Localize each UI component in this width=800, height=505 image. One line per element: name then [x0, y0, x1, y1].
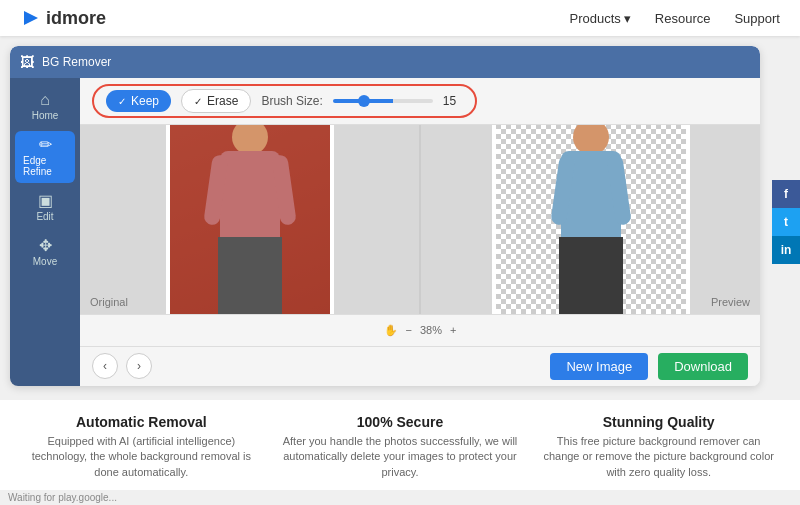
- app-body: ⌂ Home ✏ Edge Refine ▣ Edit ✥ Move: [10, 78, 760, 386]
- chevron-down-icon: ▾: [624, 11, 631, 26]
- preview-person-figure: [551, 125, 631, 314]
- orig-pants: [218, 237, 282, 313]
- brush-size-slider[interactable]: [333, 99, 433, 103]
- app-header: 🖼 BG Remover: [10, 46, 760, 78]
- zoom-out-icon[interactable]: −: [406, 324, 412, 336]
- feature-quality: Stunning Quality This free picture backg…: [537, 414, 780, 480]
- action-bar: ‹ › New Image Download: [80, 346, 760, 386]
- app-title: BG Remover: [42, 55, 111, 69]
- erase-button[interactable]: ✓ Erase: [181, 89, 251, 113]
- facebook-button[interactable]: f: [772, 180, 800, 208]
- tool-move-label: Move: [33, 256, 57, 267]
- next-button[interactable]: ›: [126, 353, 152, 379]
- keep-button[interactable]: ✓ Keep: [106, 90, 171, 112]
- tool-edge-refine[interactable]: ✏ Edge Refine: [15, 131, 75, 183]
- tool-sidebar: ⌂ Home ✏ Edge Refine ▣ Edit ✥ Move: [10, 78, 80, 386]
- page-status: Waiting for play.google...: [0, 490, 800, 505]
- workspace: ✓ Keep ✓ Erase Brush Size: 15: [80, 78, 760, 386]
- features-section: Automatic Removal Equipped with AI (arti…: [0, 400, 800, 490]
- app-icon: 🖼: [20, 54, 34, 70]
- navbar-right: Products ▾ Resource Support: [570, 11, 781, 26]
- original-image[interactable]: [170, 125, 330, 314]
- original-panel: Original: [80, 125, 419, 314]
- tool-home-label: Home: [32, 110, 59, 121]
- edge-refine-icon: ✏: [39, 137, 52, 153]
- app-container: 🖼 BG Remover ⌂ Home ✏ Edge Refine ▣ Edit: [10, 46, 760, 386]
- download-button[interactable]: Download: [658, 353, 748, 380]
- nav-products[interactable]: Products ▾: [570, 11, 631, 26]
- feature-automatic: Automatic Removal Equipped with AI (arti…: [20, 414, 263, 480]
- logo-text: idmore: [46, 8, 106, 29]
- main-content: 🖼 BG Remover ⌂ Home ✏ Edge Refine ▣ Edit: [0, 36, 800, 505]
- orig-body: [220, 151, 280, 241]
- nav-support[interactable]: Support: [734, 11, 780, 26]
- brush-size-value: 15: [443, 94, 463, 108]
- prev-button[interactable]: ‹: [92, 353, 118, 379]
- linkedin-button[interactable]: in: [772, 236, 800, 264]
- keep-checkmark: ✓: [118, 96, 126, 107]
- preview-image-wrapper: [492, 125, 690, 314]
- move-icon: ✥: [39, 238, 52, 254]
- original-image-wrapper: [166, 125, 334, 314]
- tool-edge-refine-label: Edge Refine: [23, 155, 67, 177]
- feature-automatic-text: Equipped with AI (artificial intelligenc…: [20, 434, 263, 480]
- feature-secure-title: 100% Secure: [279, 414, 522, 430]
- toolbar: ✓ Keep ✓ Erase Brush Size: 15: [80, 78, 760, 125]
- status-center: ✋ − 38% +: [384, 324, 457, 337]
- svg-marker-0: [24, 11, 38, 25]
- canvas-area: Original: [80, 125, 760, 314]
- preview-checkerboard: [496, 125, 686, 314]
- twitter-button[interactable]: t: [772, 208, 800, 236]
- action-buttons: New Image Download: [550, 353, 748, 380]
- feature-secure-text: After you handle the photos successfully…: [279, 434, 522, 480]
- logo[interactable]: idmore: [20, 7, 106, 29]
- social-sidebar: f t in: [772, 180, 800, 264]
- tool-edit-label: Edit: [36, 211, 53, 222]
- feature-secure: 100% Secure After you handle the photos …: [279, 414, 522, 480]
- zoom-level: 38%: [420, 324, 442, 336]
- tool-move[interactable]: ✥ Move: [15, 232, 75, 273]
- navbar: idmore Products ▾ Resource Support: [0, 0, 800, 36]
- feature-automatic-title: Automatic Removal: [20, 414, 263, 430]
- hand-tool-icon[interactable]: ✋: [384, 324, 398, 337]
- toolbar-border: ✓ Keep ✓ Erase Brush Size: 15: [92, 84, 477, 118]
- nav-resource[interactable]: Resource: [655, 11, 711, 26]
- feature-quality-title: Stunning Quality: [537, 414, 780, 430]
- status-bar: ✋ − 38% +: [80, 314, 760, 346]
- tool-edit[interactable]: ▣ Edit: [15, 187, 75, 228]
- logo-icon: [20, 7, 42, 29]
- preview-pants: [559, 237, 623, 313]
- brush-size-label: Brush Size:: [261, 94, 322, 108]
- home-icon: ⌂: [40, 92, 50, 108]
- erase-checkmark: ✓: [194, 96, 202, 107]
- feature-quality-text: This free picture background remover can…: [537, 434, 780, 480]
- edit-icon: ▣: [38, 193, 53, 209]
- preview-panel: Preview: [421, 125, 760, 314]
- preview-label: Preview: [711, 296, 750, 308]
- zoom-in-icon[interactable]: +: [450, 324, 456, 336]
- action-nav: ‹ ›: [92, 353, 152, 379]
- new-image-button[interactable]: New Image: [550, 353, 648, 380]
- tool-home[interactable]: ⌂ Home: [15, 86, 75, 127]
- original-person-figure: [200, 125, 300, 314]
- original-label: Original: [90, 296, 128, 308]
